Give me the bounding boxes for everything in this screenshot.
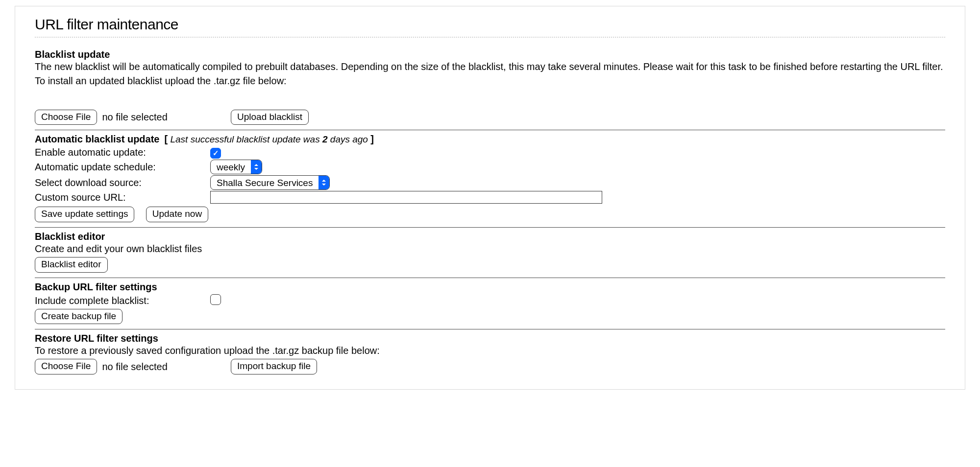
- upload-blacklist-button[interactable]: Upload blacklist: [231, 110, 309, 125]
- chevron-up-down-icon: [251, 160, 262, 174]
- download-source-value: Shalla Secure Services: [211, 176, 318, 189]
- blacklist-editor-desc: Create and edit your own blacklist files: [35, 243, 945, 255]
- include-complete-blacklist-checkbox[interactable]: [210, 294, 221, 305]
- auto-update-schedule-select[interactable]: weekly: [210, 160, 262, 174]
- download-source-label: Select download source:: [35, 177, 210, 189]
- blacklist-editor-heading: Blacklist editor: [35, 231, 945, 243]
- download-source-select[interactable]: Shalla Secure Services: [210, 175, 330, 190]
- restore-choose-file-button[interactable]: Choose File: [35, 359, 97, 374]
- backup-heading: Backup URL filter settings: [35, 281, 945, 293]
- enable-auto-update-label: Enable automatic update:: [35, 146, 210, 159]
- save-update-settings-button[interactable]: Save update settings: [35, 207, 134, 222]
- blacklist-update-desc1: The new blacklist will be automatically …: [35, 61, 945, 73]
- file-status-text: no file selected: [102, 111, 167, 123]
- blacklist-editor-button[interactable]: Blacklist editor: [35, 257, 108, 273]
- chevron-up-down-icon: [318, 176, 329, 189]
- blacklist-update-heading: Blacklist update: [35, 48, 945, 61]
- restore-desc: To restore a previously saved configurat…: [35, 345, 945, 357]
- auto-update-status: [ Last successful blacklist update was 2…: [165, 133, 374, 145]
- update-now-button[interactable]: Update now: [146, 207, 208, 222]
- auto-update-status-prefix: Last successful blacklist update was: [170, 134, 322, 144]
- include-complete-blacklist-label: Include complete blacklist:: [35, 295, 210, 307]
- divider: [35, 329, 945, 329]
- auto-update-schedule-label: Automatic update schedule:: [35, 161, 210, 173]
- page-title: URL filter maintenance: [35, 15, 945, 34]
- restore-file-status-text: no file selected: [102, 361, 167, 373]
- import-backup-file-button[interactable]: Import backup file: [231, 359, 317, 374]
- auto-update-heading: Automatic blacklist update: [35, 133, 160, 145]
- auto-update-status-days: 2: [322, 134, 328, 144]
- auto-update-schedule-value: weekly: [211, 160, 251, 174]
- create-backup-file-button[interactable]: Create backup file: [35, 309, 122, 325]
- choose-file-button[interactable]: Choose File: [35, 110, 97, 125]
- divider: [35, 227, 945, 228]
- blacklist-update-desc2: To install an updated blacklist upload t…: [35, 75, 945, 87]
- enable-auto-update-checkbox[interactable]: ✓: [210, 148, 221, 159]
- divider: [35, 278, 945, 278]
- restore-heading: Restore URL filter settings: [35, 332, 945, 345]
- divider-dotted: [35, 37, 945, 38]
- custom-source-url-label: Custom source URL:: [35, 191, 210, 204]
- divider: [35, 130, 945, 130]
- auto-update-status-suffix: days ago: [328, 134, 368, 144]
- custom-source-url-input[interactable]: [210, 191, 602, 204]
